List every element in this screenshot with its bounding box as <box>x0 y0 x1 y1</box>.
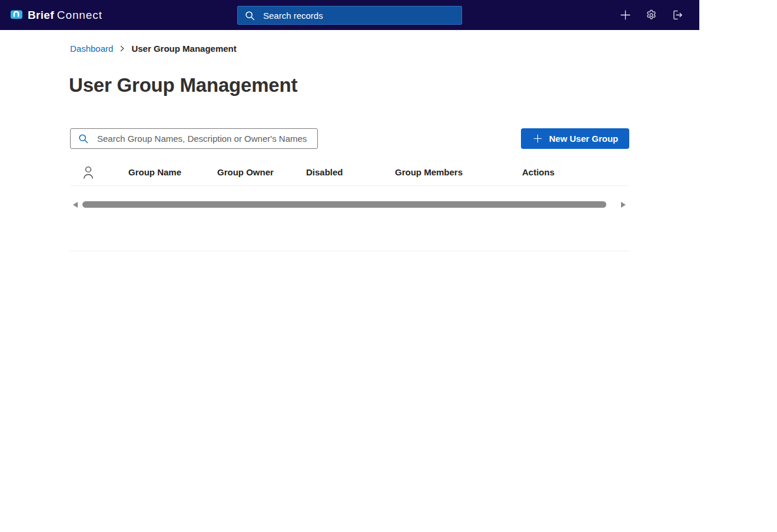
brand-word-brief: Brief <box>28 9 54 21</box>
column-header-disabled: Disabled <box>306 167 395 177</box>
add-button[interactable] <box>619 9 631 21</box>
person-icon <box>82 165 94 179</box>
scrollbar-thumb[interactable] <box>82 201 606 208</box>
breadcrumb-dashboard-link[interactable]: Dashboard <box>70 44 113 54</box>
sign-out-icon <box>671 9 683 21</box>
table-header-row: Group Name Group Owner Disabled Group Me… <box>70 159 629 186</box>
horizontal-scrollbar[interactable] <box>70 201 629 209</box>
brand-logo[interactable]: BriefConnect <box>10 0 102 30</box>
brand-word-connect: Connect <box>57 9 102 21</box>
brand-logo-icon <box>10 8 23 22</box>
scroll-left-arrow-icon[interactable] <box>73 202 78 208</box>
global-search <box>237 6 462 25</box>
column-header-group-members: Group Members <box>395 167 522 177</box>
group-search-input[interactable] <box>96 133 310 144</box>
new-user-group-label: New User Group <box>549 134 619 144</box>
scroll-right-arrow-icon[interactable] <box>621 202 626 208</box>
topbar: BriefConnect <box>0 0 699 30</box>
settings-button[interactable] <box>645 9 657 21</box>
search-icon <box>244 10 255 21</box>
column-header-group-name: Group Name <box>128 167 217 177</box>
sign-out-button[interactable] <box>671 9 683 21</box>
list-bottom-divider <box>70 251 629 251</box>
add-icon <box>619 9 632 21</box>
plus-icon <box>532 133 543 144</box>
column-header-actions: Actions <box>522 167 629 177</box>
global-search-input[interactable] <box>262 10 455 21</box>
breadcrumb-current: User Group Management <box>131 44 236 54</box>
topbar-actions <box>619 0 683 30</box>
breadcrumb: Dashboard User Group Management <box>70 44 237 54</box>
group-search-box <box>70 128 318 149</box>
page-title: User Group Management <box>69 74 297 97</box>
column-header-member-icon <box>70 165 128 179</box>
chevron-right-icon <box>118 45 126 52</box>
search-icon <box>78 133 89 144</box>
column-header-group-owner: Group Owner <box>217 167 306 177</box>
new-user-group-button[interactable]: New User Group <box>521 128 629 149</box>
brand-name: BriefConnect <box>28 9 102 22</box>
settings-gear-icon <box>645 9 658 21</box>
